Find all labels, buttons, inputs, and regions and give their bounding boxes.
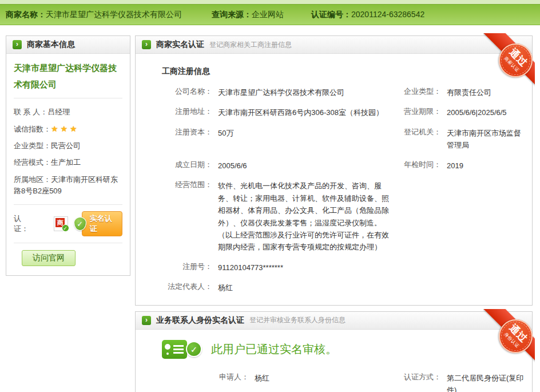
method-value: 第二代居民身份证(复印件) [447,372,525,392]
registration-number-field: 注册号：91120104773******* [162,258,391,278]
applicant-label: 申请人： [162,372,249,392]
field-label: 注册号： [162,262,212,274]
business-license-icon[interactable]: 商 ✓ [54,216,68,231]
credit-index-label: 诚信指数： [14,125,51,133]
cert-number-item: 认证编号：20201124-63286542 [311,10,424,20]
query-source-value: 企业网站 [252,10,284,19]
empty-cell [391,176,525,258]
empty-cell [391,258,525,278]
credit-index-row: 诚信指数：★★★ [14,120,122,138]
field-value: 2019 [447,160,463,172]
identity-body: ✓ 此用户已通过实名审核。 申请人：杨红 认证方式：第二代居民身份证(复印件) [136,330,532,392]
enterprise-type-field: 企业类型：有限责任公司 [391,82,525,102]
sidebar-company-name: 天津市星望广达科学仪器技术有限公司 [14,60,122,93]
field-label: 营业期限： [391,106,441,118]
registration-fields: 公司名称：天津市星望广达科学仪器技术有限公司 企业类型：有限责任公司 注册地址：… [136,82,532,305]
annual-check-field: 年检时间：2019 [391,156,525,176]
query-source-item: 查询来源：企业网站 [212,10,284,20]
business-model-value: 生产加工 [51,158,81,167]
merchant-realname-title: 商家实名认证 [156,39,204,50]
contact-identity-panel: › 业务联系人身份实名认证 登记并审核业务联系人身份信息 通过 身份认证 ✓ 此… [135,311,533,392]
sidebar-header: › 商家基本信息 [6,36,130,54]
legal-representative-field: 法定代表人：杨红 [162,278,391,298]
check-icon: ✓ [62,224,69,232]
merchant-realname-panel: › 商家实名认证 登记商家相关工商注册信息 通过 商家认证 工商注册信息 公司名… [135,35,533,306]
establish-date-field: 成立日期：2005/6/6 [162,156,391,176]
merchant-info-panel: › 商家基本信息 天津市星望广达科学仪器技术有限公司 联 系 人：吕经理 诚信指… [6,35,130,276]
enterprise-type-label: 企业类型： [14,141,51,150]
realname-badge-label: 实名认证 [82,211,122,236]
field-value: 2005/6/6 [218,160,247,172]
region-row: 所属地区：天津市南开区科研东路8号B2座509 [14,171,122,199]
field-label: 经营范围： [162,180,212,254]
certification-label: 认 证： [14,213,48,234]
field-value: 杨红 [218,282,233,294]
field-value: 天津市南开区科研西路6号内306-308室（科技园） [218,106,383,118]
contact-label: 联 系 人： [14,108,47,116]
divider [14,98,122,98]
page-content: › 商家基本信息 天津市星望广达科学仪器技术有限公司 联 系 人：吕经理 诚信指… [0,25,540,392]
divider [14,204,122,205]
top-strip [0,0,540,4]
identity-fields: 申请人：杨红 认证方式：第二代居民身份证(复印件) [162,362,525,392]
top-bar: 商家名称：天津市星望广达科学仪器技术有限公司 查询来源：企业网站 认证编号：20… [0,4,540,25]
merchant-name-value: 天津市星望广达科学仪器技术有限公司 [46,10,182,19]
contact-row: 联 系 人：吕经理 [14,104,122,120]
business-term-field: 营业期限：2005/6/6|2025/6/5 [391,102,525,122]
field-value: 有限责任公司 [447,86,491,98]
field-label: 注册资本： [162,127,212,152]
field-value: 50万 [218,127,233,152]
field-value: 软件、光机电一体化技术及产品的开发、咨询、服务、转让；家用电器、计算机、软件及辅… [218,180,391,254]
sidebar-title: 商家基本信息 [27,39,75,50]
field-value: 2005/6/6|2025/6/5 [447,106,507,118]
merchant-name-label: 商家名称： [6,10,46,19]
merchant-realname-header: › 商家实名认证 登记商家相关工商注册信息 [136,36,532,54]
chevron-right-icon: › [142,40,151,49]
merchant-realname-subtitle: 登记商家相关工商注册信息 [209,40,292,50]
field-label: 年检时间： [391,160,441,172]
company-name-field: 公司名称：天津市星望广达科学仪器技术有限公司 [162,82,391,102]
field-label: 企业类型： [391,86,441,98]
applicant-value: 杨红 [255,372,269,392]
applicant-field: 申请人：杨红 [162,368,391,392]
id-card-icon [162,340,187,359]
field-label: 公司名称： [162,86,212,98]
divider [14,243,122,243]
query-source-label: 查询来源： [212,10,252,19]
star-rating-icons: ★★★ [51,124,80,133]
region-label: 所属地区： [14,175,51,184]
certification-row: 认 证： 商 ✓ ✓ 实名认证 [14,210,122,237]
identity-result-line: ✓ 此用户已通过实名审核。 [162,340,525,359]
registered-address-field: 注册地址：天津市南开区科研西路6号内306-308室（科技园） [162,102,391,122]
enterprise-type-value: 民营公司 [51,141,81,150]
enterprise-type-row: 企业类型：民营公司 [14,138,122,155]
cert-number-value: 20201124-63286542 [351,10,424,19]
realname-cert-badge[interactable]: ✓ 实名认证 [74,216,122,231]
field-value: 天津市南开区市场监督管理局 [447,127,525,152]
sidebar-body: 天津市星望广达科学仪器技术有限公司 联 系 人：吕经理 诚信指数：★★★ 企业类… [6,54,130,275]
contact-identity-subtitle: 登记并审核业务联系人身份信息 [249,315,346,325]
check-circle-icon: ✓ [186,341,202,357]
method-field: 认证方式：第二代居民身份证(复印件) [391,368,525,392]
business-scope-field: 经营范围：软件、光机电一体化技术及产品的开发、咨询、服务、转让；家用电器、计算机… [162,176,391,258]
chevron-right-icon: › [142,316,151,325]
cert-number-label: 认证编号： [311,10,351,19]
field-label: 注册地址： [162,106,212,118]
business-model-label: 经营模式： [14,158,51,167]
field-label: 成立日期： [162,160,212,172]
identity-passed-message: 此用户已通过实名审核。 [211,342,337,357]
registered-capital-field: 注册资本：50万 [162,123,391,156]
field-label: 法定代表人： [162,282,212,294]
registration-authority-field: 登记机关：天津市南开区市场监督管理局 [391,123,525,156]
field-label: 登记机关： [391,127,441,152]
contact-value: 吕经理 [47,108,70,116]
contact-identity-header: › 业务联系人身份实名认证 登记并审核业务联系人身份信息 [136,312,532,330]
field-value: 天津市星望广达科学仪器技术有限公司 [218,86,344,98]
merchant-name-item: 商家名称：天津市星望广达科学仪器技术有限公司 [6,10,182,20]
chevron-right-icon: › [13,40,22,49]
empty-cell [391,278,525,298]
registration-info-title: 工商注册信息 [136,54,532,82]
visit-website-button[interactable]: 访问官网 [22,250,76,266]
contact-identity-title: 业务联系人身份实名认证 [156,315,244,326]
main-column: › 商家实名认证 登记商家相关工商注册信息 通过 商家认证 工商注册信息 公司名… [135,35,533,392]
